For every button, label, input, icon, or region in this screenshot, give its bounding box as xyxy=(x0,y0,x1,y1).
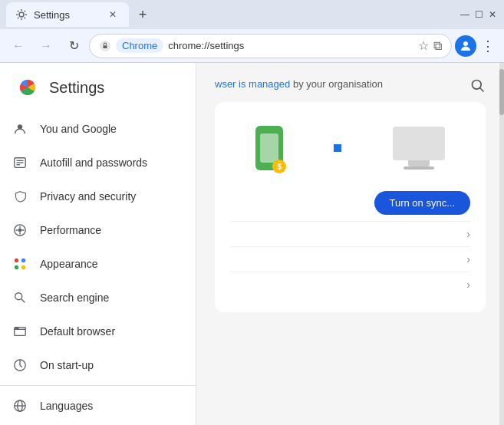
sync-illustration: $ xyxy=(230,117,470,179)
sidebar-label-search-engine: Search engine xyxy=(40,292,109,304)
minimize-button[interactable]: — xyxy=(460,9,470,20)
svg-rect-2 xyxy=(103,45,107,48)
autofill-icon xyxy=(12,155,28,170)
sidebar-label-default-browser: Default browser xyxy=(40,325,115,338)
svg-point-18 xyxy=(15,293,22,300)
maximize-button[interactable]: ☐ xyxy=(473,9,484,20)
sidebar-label-languages: Languages xyxy=(40,400,93,412)
settings-tab-icon xyxy=(15,8,28,21)
svg-point-0 xyxy=(19,12,24,17)
tab-title: Settings xyxy=(34,9,100,21)
chrome-menu-button[interactable]: ⋮ xyxy=(478,35,498,58)
sidebar-label-on-startup: On start-up xyxy=(40,359,94,371)
desktop-illustration xyxy=(393,127,445,170)
profile-button[interactable] xyxy=(455,35,476,57)
sync-row-3[interactable]: › xyxy=(230,272,470,297)
managed-text: by your organisation xyxy=(293,78,383,90)
active-tab[interactable]: Settings ✕ xyxy=(6,2,129,27)
managed-banner: wser is managed by your organisation xyxy=(215,78,486,90)
settings-sidebar: Settings You and Google Autofil xyxy=(0,63,196,425)
sidebar-item-performance[interactable]: Performance xyxy=(0,213,189,247)
managed-link[interactable]: wser is managed xyxy=(215,78,290,90)
svg-point-14 xyxy=(15,259,18,262)
settings-content: wser is managed by your organisation $ xyxy=(196,63,504,328)
tab-close-button[interactable]: ✕ xyxy=(106,8,120,21)
scrollbar-thumb[interactable] xyxy=(499,69,504,115)
sync-button-row: Turn on sync... xyxy=(230,191,470,215)
close-button[interactable]: ✕ xyxy=(487,9,498,20)
lock-icon xyxy=(99,40,111,52)
appearance-icon xyxy=(12,256,28,272)
sidebar-label-privacy: Privacy and security xyxy=(40,190,136,203)
svg-point-17 xyxy=(21,265,25,269)
sidebar-item-autofill[interactable]: Autofill and passwords xyxy=(0,146,189,180)
bookmark-star-icon[interactable]: ☆ xyxy=(418,38,429,53)
nav-right-buttons: ⋮ xyxy=(455,35,498,58)
default-browser-icon xyxy=(12,324,28,339)
languages-icon xyxy=(12,398,28,413)
sync-row-2[interactable]: › xyxy=(230,246,470,272)
svg-point-13 xyxy=(18,229,21,232)
svg-point-29 xyxy=(473,81,482,90)
forward-button[interactable]: → xyxy=(34,34,58,58)
sidebar-label-autofill: Autofill and passwords xyxy=(40,156,147,169)
sidebar-item-default-browser[interactable]: Default browser xyxy=(0,315,189,348)
svg-point-22 xyxy=(15,328,16,328)
sync-card: $ Turn on sync... xyxy=(215,102,486,312)
split-view-icon[interactable]: ⧉ xyxy=(433,39,442,53)
back-button[interactable]: ← xyxy=(6,34,31,58)
sidebar-label-performance: Performance xyxy=(40,224,101,236)
sidebar-header: Settings xyxy=(0,63,196,112)
sidebar-item-privacy[interactable]: Privacy and security xyxy=(0,180,189,213)
settings-search-button[interactable] xyxy=(464,72,492,100)
nav-bar: ← → ↻ Chrome chrome://settings ☆ ⧉ ⋮ xyxy=(0,29,504,63)
chevron-right-icon-3: › xyxy=(466,278,470,291)
sync-connector-dot xyxy=(334,144,341,152)
sidebar-item-languages[interactable]: Languages xyxy=(0,389,189,423)
performance-icon xyxy=(12,222,28,238)
on-startup-icon xyxy=(12,357,28,373)
tab-strip: Settings ✕ + xyxy=(6,2,153,27)
settings-content-area: wser is managed by your organisation $ xyxy=(196,63,504,425)
chrome-logo-icon xyxy=(15,75,40,100)
chevron-right-icon-1: › xyxy=(466,228,470,240)
sidebar-divider xyxy=(0,385,196,386)
address-bar[interactable]: Chrome chrome://settings ☆ ⧉ xyxy=(89,34,452,58)
svg-point-16 xyxy=(15,265,18,269)
sync-row-1[interactable]: › xyxy=(230,221,470,246)
sidebar-item-on-startup[interactable]: On start-up xyxy=(0,348,189,382)
phone-illustration: $ xyxy=(255,126,283,170)
sidebar-label-appearance: Appearance xyxy=(40,258,98,270)
window-controls: — ☐ ✕ xyxy=(460,9,498,20)
new-tab-button[interactable]: + xyxy=(132,4,153,25)
refresh-button[interactable]: ↻ xyxy=(61,34,86,58)
svg-line-30 xyxy=(480,88,484,92)
svg-point-23 xyxy=(18,328,18,328)
sidebar-item-you-and-google[interactable]: You and Google xyxy=(0,112,189,146)
main-area: Settings You and Google Autofil xyxy=(0,63,504,425)
svg-point-3 xyxy=(463,41,468,46)
title-bar: Settings ✕ + — ☐ ✕ xyxy=(0,0,504,29)
scrollbar-track[interactable] xyxy=(499,63,504,425)
privacy-icon xyxy=(12,189,28,204)
search-engine-icon xyxy=(12,290,28,305)
chevron-right-icon-2: › xyxy=(466,253,470,265)
svg-line-19 xyxy=(21,299,25,303)
sidebar-title: Settings xyxy=(49,79,104,97)
turn-on-sync-button[interactable]: Turn on sync... xyxy=(374,191,471,215)
you-and-google-icon xyxy=(12,121,28,137)
sidebar-item-appearance[interactable]: Appearance xyxy=(0,247,189,281)
svg-point-15 xyxy=(21,259,25,262)
address-url: chrome://settings xyxy=(168,40,413,51)
sidebar-item-search-engine[interactable]: Search engine xyxy=(0,281,189,315)
address-chip: Chrome xyxy=(116,38,163,53)
sidebar-label-you-and-google: You and Google xyxy=(40,123,117,135)
